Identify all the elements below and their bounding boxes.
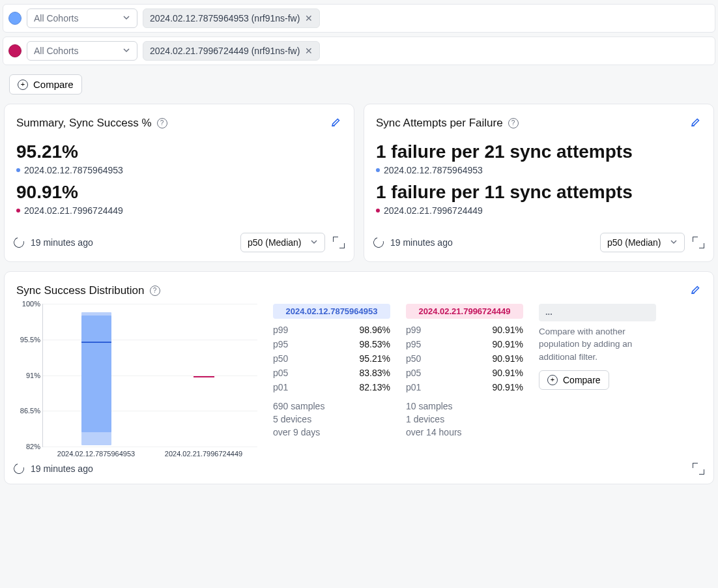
card-title: Sync Success Distribution ? [16, 284, 160, 297]
filter-tag-label: 2024.02.12.7875964953 (nrf91ns-fw) [150, 13, 300, 23]
help-icon[interactable]: ? [508, 118, 519, 128]
series-pill-0: 2024.02.12.7875964953 [273, 304, 390, 319]
card-summary: Summary, Sync Success % ? 95.21% 2024.02… [4, 104, 354, 262]
card-title-text: Sync Success Distribution [16, 284, 145, 297]
percentile-select[interactable]: p50 (Median) [600, 233, 685, 252]
compare-prompt-pill: ... [539, 304, 656, 321]
stat-row: p5090.91% [406, 351, 523, 366]
stat-row: p9990.91% [406, 323, 523, 337]
stat-row: p5095.21% [273, 351, 390, 366]
percentile-select-value: p50 (Median) [607, 237, 661, 248]
attempts-label-1: 2024.02.21.7996724449 [376, 205, 702, 216]
stat-row: p9998.96% [273, 323, 390, 337]
expand-icon[interactable] [693, 463, 704, 475]
x-label-1: 2024.02.21.7996724449 [150, 450, 257, 458]
percentile-select-value: p50 (Median) [248, 237, 302, 248]
filter-bar: All Cohorts 2024.02.12.7875964953 (nrf91… [0, 0, 718, 65]
x-label-0: 2024.02.12.7875964953 [42, 450, 150, 458]
compare-bar: + Compare [0, 69, 718, 104]
stat-row: p0182.13% [273, 380, 390, 394]
y-tick: 82% [14, 443, 40, 450]
y-tick: 91% [14, 372, 40, 379]
compare-prompt: ... Compare with another population by a… [539, 304, 656, 458]
stat-row: p0583.83% [273, 366, 390, 380]
compare-button[interactable]: + Compare [9, 74, 82, 95]
stats-series-0: 2024.02.12.7875964953 p9998.96%p9598.53%… [273, 304, 390, 458]
help-icon[interactable]: ? [150, 286, 160, 296]
refresh-status[interactable]: 19 minutes ago [14, 237, 93, 248]
refreshed-text: 19 minutes ago [31, 237, 93, 248]
refresh-icon [371, 235, 386, 250]
cohort-select-placeholder: All Cohorts [34, 46, 78, 56]
refresh-icon [12, 462, 26, 476]
compare-button-label: Compare [33, 79, 74, 90]
y-tick: 86.5% [14, 407, 40, 415]
series-swatch-pink [8, 44, 22, 57]
attempts-label-0: 2024.02.12.7875964953 [376, 165, 702, 175]
distribution-chart: 100%95.5%91%86.5%82% 2024.02.12.78759649… [16, 304, 257, 458]
y-tick: 100% [14, 300, 40, 308]
stat-meta: 690 samples [273, 400, 390, 413]
stat-meta: over 9 days [273, 426, 390, 439]
filter-tag-label: 2024.02.21.7996724449 (nrf91ns-fw) [150, 46, 300, 56]
refreshed-text: 19 minutes ago [390, 237, 453, 248]
dot-icon [376, 168, 380, 172]
stat-meta: 1 devices [406, 413, 523, 426]
series-swatch-blue [8, 12, 22, 25]
stat-row: p9590.91% [406, 337, 523, 351]
help-icon[interactable]: ? [157, 118, 167, 128]
cohort-select-0[interactable]: All Cohorts [27, 8, 137, 28]
close-icon[interactable]: ✕ [305, 13, 313, 23]
stat-row: p9598.53% [273, 337, 390, 351]
stat-meta: 10 samples [406, 400, 523, 413]
dot-icon [376, 209, 380, 213]
refresh-status[interactable]: 19 minutes ago [14, 463, 93, 474]
stat-row: p0590.91% [406, 366, 523, 380]
chevron-down-icon [122, 46, 130, 56]
filter-tag-1[interactable]: 2024.02.21.7996724449 (nrf91ns-fw) ✕ [143, 41, 320, 61]
stat-meta: over 14 hours [406, 426, 523, 439]
filter-row-1: All Cohorts 2024.02.21.7996724449 (nrf91… [3, 37, 715, 65]
series-pill-1: 2024.02.21.7996724449 [406, 304, 523, 319]
edit-icon[interactable] [330, 116, 342, 130]
edit-icon[interactable] [690, 284, 702, 297]
expand-icon[interactable] [693, 237, 704, 248]
percentile-select[interactable]: p50 (Median) [240, 233, 325, 252]
dot-icon [16, 168, 20, 172]
stat-meta: 5 devices [273, 413, 390, 426]
close-icon[interactable]: ✕ [305, 46, 313, 56]
edit-icon[interactable] [690, 116, 702, 130]
attempts-value-0: 1 failure per 21 sync attempts [376, 141, 702, 162]
stats-series-1: 2024.02.21.7996724449 p9990.91%p9590.91%… [406, 304, 523, 458]
card-title: Sync Attempts per Failure ? [376, 117, 519, 130]
chevron-down-icon [122, 13, 130, 23]
card-attempts: Sync Attempts per Failure ? 1 failure pe… [364, 104, 714, 262]
compare-prompt-text: Compare with another population by addin… [539, 325, 656, 364]
stat-row: p0190.91% [406, 380, 523, 394]
chevron-down-icon [310, 237, 318, 248]
card-title-text: Summary, Sync Success % [16, 117, 152, 130]
refreshed-text: 19 minutes ago [31, 463, 93, 474]
expand-icon[interactable] [333, 237, 345, 248]
chevron-down-icon [670, 237, 678, 248]
plus-circle-icon: + [547, 375, 558, 385]
card-title: Summary, Sync Success % ? [16, 117, 167, 130]
summary-label-1: 2024.02.21.7996724449 [16, 205, 342, 216]
filter-row-0: All Cohorts 2024.02.12.7875964953 (nrf91… [3, 4, 715, 33]
summary-value-0: 95.21% [16, 141, 342, 162]
summary-label-0: 2024.02.12.7875964953 [16, 165, 342, 175]
cohort-select-1[interactable]: All Cohorts [27, 41, 137, 61]
card-title-text: Sync Attempts per Failure [376, 117, 503, 130]
dot-icon [16, 209, 20, 213]
y-tick: 95.5% [14, 336, 40, 344]
cards-grid: Summary, Sync Success % ? 95.21% 2024.02… [0, 104, 718, 493]
refresh-icon [12, 235, 26, 250]
cohort-select-placeholder: All Cohorts [34, 13, 78, 23]
attempts-value-1: 1 failure per 11 sync attempts [376, 182, 702, 203]
compare-prompt-button[interactable]: + Compare [539, 370, 609, 390]
card-distribution: Sync Success Distribution ? 100%95.5%91%… [4, 271, 714, 484]
summary-value-1: 90.91% [16, 182, 342, 203]
refresh-status[interactable]: 19 minutes ago [373, 237, 453, 248]
plus-circle-icon: + [18, 80, 28, 90]
filter-tag-0[interactable]: 2024.02.12.7875964953 (nrf91ns-fw) ✕ [143, 8, 320, 28]
